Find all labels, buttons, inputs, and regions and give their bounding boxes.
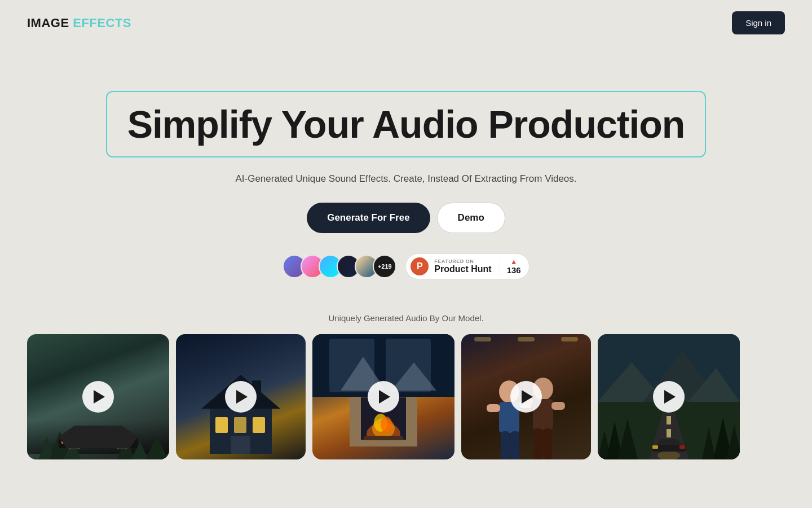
- play-icon-3: [379, 390, 390, 404]
- svg-rect-31: [350, 397, 361, 443]
- svg-rect-63: [652, 445, 658, 449]
- play-icon-1: [94, 390, 105, 404]
- svg-rect-39: [510, 431, 519, 459]
- play-icon-5: [664, 390, 676, 404]
- avatar-group: +219: [283, 255, 396, 278]
- gallery-label: Uniquely Generated Audio By Our Model.: [0, 313, 812, 323]
- product-hunt-badge[interactable]: P FEATURED ON Product Hunt ▲ 136: [405, 253, 529, 279]
- play-icon-2: [236, 390, 248, 404]
- play-button-5[interactable]: [653, 381, 685, 413]
- sign-in-button[interactable]: Sign in: [732, 11, 785, 34]
- video-gallery: [0, 334, 812, 459]
- svg-rect-32: [406, 397, 417, 443]
- svg-rect-33: [364, 436, 403, 440]
- hero-title: Simplify Your Audio Production: [127, 102, 685, 146]
- svg-rect-53: [667, 429, 671, 437]
- video-card-2[interactable]: [176, 334, 306, 459]
- hero-section: Simplify Your Audio Production AI-Genera…: [0, 46, 812, 313]
- svg-rect-18: [215, 417, 228, 433]
- svg-rect-16: [231, 436, 250, 454]
- hero-title-box: Simplify Your Audio Production: [106, 91, 707, 157]
- play-button-1[interactable]: [82, 381, 114, 413]
- svg-point-8: [117, 444, 126, 449]
- video-thumbnail-3: [312, 334, 454, 459]
- svg-rect-15: [253, 417, 265, 433]
- svg-rect-45: [543, 428, 552, 459]
- hero-buttons: Generate For Free Demo: [307, 203, 505, 233]
- svg-rect-36: [487, 404, 500, 412]
- video-thumbnail-2: [176, 334, 306, 459]
- logo: IMAGE EFFECTS: [27, 16, 131, 30]
- svg-point-29: [381, 417, 392, 432]
- ph-featured-label: FEATURED ON: [434, 259, 491, 264]
- svg-rect-42: [551, 402, 565, 410]
- demo-button[interactable]: Demo: [437, 203, 505, 233]
- logo-image-text: IMAGE: [27, 16, 69, 30]
- product-hunt-text: FEATURED ON Product Hunt: [434, 259, 491, 274]
- svg-marker-5: [145, 436, 168, 459]
- video-card-4[interactable]: [461, 334, 591, 459]
- svg-rect-10: [125, 439, 134, 444]
- svg-point-7: [70, 444, 79, 449]
- video-card-1[interactable]: [27, 334, 169, 459]
- video-card-3[interactable]: [312, 334, 454, 459]
- svg-rect-44: [533, 428, 542, 459]
- gallery-section: Uniquely Generated Audio By Our Model.: [0, 313, 812, 459]
- svg-rect-38: [501, 431, 510, 459]
- svg-rect-14: [234, 417, 246, 433]
- ph-name: Product Hunt: [434, 264, 491, 274]
- social-proof: +219 P FEATURED ON Product Hunt ▲ 136: [283, 253, 529, 279]
- play-button-3[interactable]: [368, 381, 399, 413]
- hero-subtitle: AI-Generated Unique Sound Effects. Creat…: [235, 173, 576, 185]
- video-thumbnail-5: [598, 334, 740, 459]
- play-button-4[interactable]: [510, 381, 542, 413]
- play-icon-4: [522, 390, 533, 404]
- svg-rect-9: [61, 439, 72, 444]
- product-hunt-icon: P: [411, 257, 429, 275]
- video-thumbnail-1: [27, 334, 169, 459]
- avatar-count: +219: [373, 255, 396, 278]
- svg-rect-6: [59, 438, 138, 448]
- logo-effects-text: EFFECTS: [73, 16, 131, 30]
- play-button-2[interactable]: [225, 381, 257, 413]
- header: IMAGE EFFECTS Sign in: [0, 0, 812, 46]
- video-thumbnail-4: [461, 334, 591, 459]
- generate-free-button[interactable]: Generate For Free: [307, 203, 430, 233]
- svg-rect-64: [679, 445, 685, 449]
- svg-rect-52: [667, 416, 671, 424]
- ph-upvote-arrow: ▲: [510, 258, 518, 265]
- video-card-5[interactable]: [598, 334, 740, 459]
- ph-vote-count: 136: [507, 265, 521, 275]
- ph-votes: ▲ 136: [500, 258, 521, 275]
